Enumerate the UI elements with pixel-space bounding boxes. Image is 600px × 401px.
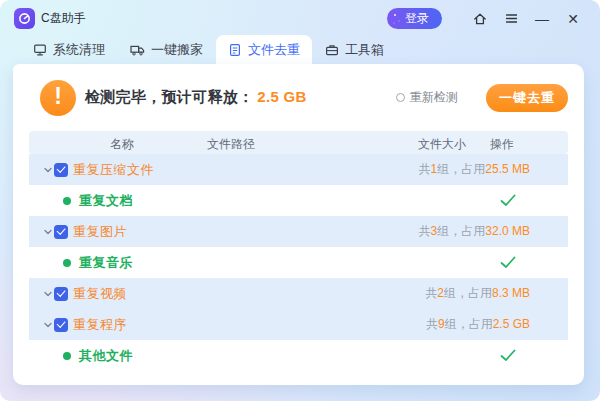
login-button[interactable]: 登录 bbox=[387, 8, 442, 29]
chevron-down-icon[interactable] bbox=[43, 227, 54, 237]
table-row-clean[interactable]: 其他文件 bbox=[29, 340, 568, 371]
category-label: 重复文档 bbox=[79, 192, 133, 210]
truck-icon bbox=[130, 43, 145, 57]
menu-icon bbox=[504, 11, 519, 26]
tab-label: 系统清理 bbox=[53, 41, 105, 59]
table-row-category[interactable]: 重复压缩文件 共1组，占用25.5 MB bbox=[29, 154, 568, 185]
col-header-action: 操作 bbox=[490, 136, 514, 153]
col-header-size: 文件大小 bbox=[418, 136, 466, 153]
size-summary: 共3组，占用32.0 MB bbox=[419, 223, 568, 240]
login-label: 登录 bbox=[405, 11, 429, 25]
size-summary: 共1组，占用25.5 MB bbox=[419, 161, 568, 178]
category-label: 重复图片 bbox=[73, 223, 127, 241]
table-header: 名称 文件路径 文件大小 操作 bbox=[29, 131, 568, 154]
chevron-down-icon[interactable] bbox=[43, 289, 54, 299]
recheck-button[interactable]: 重新检测 bbox=[396, 89, 458, 106]
green-dot-icon bbox=[63, 197, 71, 205]
home-icon bbox=[472, 11, 488, 27]
main-panel: ! 检测完毕，预计可释放：2.5 GB 重新检测 一键去重 名称 文件路径 文件… bbox=[13, 64, 584, 385]
col-header-name: 名称 bbox=[110, 136, 134, 153]
monitor-icon bbox=[33, 43, 47, 57]
summary-bar: ! 检测完毕，预计可释放：2.5 GB 重新检测 一键去重 bbox=[13, 64, 584, 131]
category-label: 重复视频 bbox=[73, 285, 127, 303]
tab-toolbox[interactable]: 工具箱 bbox=[313, 35, 396, 64]
app-logo-icon bbox=[14, 8, 35, 29]
titlebar: C盘助手 登录 — ✕ bbox=[0, 0, 600, 35]
table-row-category[interactable]: 重复视频 共2组，占用8.3 MB bbox=[29, 278, 568, 309]
category-label: 重复压缩文件 bbox=[73, 161, 154, 179]
checkbox-checked[interactable] bbox=[54, 287, 68, 301]
chevron-down-icon[interactable] bbox=[43, 165, 54, 175]
tab-one-click-move[interactable]: 一键搬家 bbox=[118, 35, 215, 64]
recheck-label: 重新检测 bbox=[410, 89, 458, 106]
home-button[interactable] bbox=[471, 10, 489, 28]
warning-icon: ! bbox=[40, 80, 76, 116]
tab-label: 工具箱 bbox=[345, 41, 384, 59]
dedupe-table: 名称 文件路径 文件大小 操作 重复压缩文件 共1组，占用25.5 MB 重复文… bbox=[29, 131, 568, 371]
green-dot-icon bbox=[63, 352, 71, 360]
green-dot-icon bbox=[63, 259, 71, 267]
tab-system-clean[interactable]: 系统清理 bbox=[21, 35, 117, 64]
checkbox-checked[interactable] bbox=[54, 318, 68, 332]
table-row-category[interactable]: 重复图片 共3组，占用32.0 MB bbox=[29, 216, 568, 247]
checkbox-checked[interactable] bbox=[54, 163, 68, 177]
status-text: 检测完毕，预计可释放：2.5 GB bbox=[85, 88, 307, 107]
app-window: C盘助手 登录 — ✕ bbox=[0, 0, 600, 401]
size-summary: 共9组，占用2.5 GB bbox=[426, 316, 568, 333]
table-row-clean[interactable]: 重复文档 bbox=[29, 185, 568, 216]
tab-file-dedupe[interactable]: 文件去重 bbox=[216, 35, 312, 64]
category-label: 其他文件 bbox=[79, 347, 133, 365]
minimize-icon: — bbox=[535, 10, 549, 28]
checkmark-icon bbox=[500, 349, 516, 362]
checkmark-icon bbox=[500, 194, 516, 207]
minimize-button[interactable]: — bbox=[533, 10, 551, 28]
file-icon bbox=[228, 43, 242, 57]
sparkle-icon bbox=[394, 14, 396, 16]
checkmark-icon bbox=[500, 256, 516, 269]
category-label: 重复程序 bbox=[73, 316, 127, 334]
tab-bar: 系统清理 一键搬家 文件去重 bbox=[0, 35, 600, 64]
app-title: C盘助手 bbox=[41, 10, 86, 27]
close-button[interactable]: ✕ bbox=[564, 10, 582, 28]
col-header-path: 文件路径 bbox=[207, 136, 255, 153]
tab-label: 文件去重 bbox=[248, 41, 300, 59]
table-row-clean[interactable]: 重复音乐 bbox=[29, 247, 568, 278]
table-body: 重复压缩文件 共1组，占用25.5 MB 重复文档 重复图片 共3组，占用32.… bbox=[29, 154, 568, 371]
releasable-size-value: 2.5 GB bbox=[257, 88, 306, 105]
close-icon: ✕ bbox=[567, 10, 579, 28]
checkbox-checked[interactable] bbox=[54, 225, 68, 239]
size-summary: 共2组，占用8.3 MB bbox=[425, 285, 568, 302]
chevron-down-icon[interactable] bbox=[43, 320, 54, 330]
toolbox-icon bbox=[325, 43, 339, 57]
tab-label: 一键搬家 bbox=[151, 41, 203, 59]
dedupe-button[interactable]: 一键去重 bbox=[486, 84, 568, 112]
category-label: 重复音乐 bbox=[79, 254, 133, 272]
refresh-circle-icon bbox=[396, 93, 405, 102]
menu-button[interactable] bbox=[502, 10, 520, 28]
table-row-category[interactable]: 重复程序 共9组，占用2.5 GB bbox=[29, 309, 568, 340]
